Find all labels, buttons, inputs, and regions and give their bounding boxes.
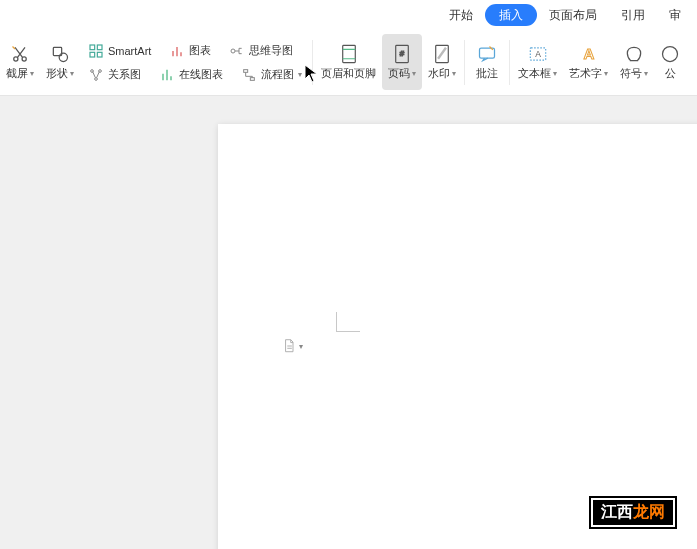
- online-chart-icon: [159, 67, 175, 83]
- comment-icon: [477, 44, 497, 64]
- svg-text:#: #: [400, 49, 405, 58]
- svg-point-3: [59, 53, 67, 61]
- ribbon-insert: 截屏▾ 形状▾ SmartArt: [0, 30, 697, 96]
- watermark-part1: 江西: [601, 503, 633, 520]
- svg-point-22: [663, 46, 678, 61]
- svg-rect-7: [97, 52, 102, 57]
- smartart-icon: [88, 43, 104, 59]
- margin-marker: [336, 312, 360, 332]
- shapes-button[interactable]: 形状▾: [40, 34, 80, 90]
- mindmap-label: 思维导图: [249, 43, 293, 58]
- floating-paste-options[interactable]: ▾: [282, 338, 303, 354]
- flowchart-icon: [241, 67, 257, 83]
- separator: [464, 40, 465, 85]
- svg-rect-5: [97, 45, 102, 50]
- equation-button-partial[interactable]: 公: [654, 34, 680, 90]
- mindmap-icon: [229, 43, 245, 59]
- tab-bar: 开始 插入 页面布局 引用 审: [0, 0, 697, 30]
- textbox-icon: A: [528, 44, 548, 64]
- chevron-down-icon: ▾: [452, 69, 456, 78]
- comment-button[interactable]: 批注: [467, 34, 507, 90]
- document-icon: [282, 338, 296, 354]
- page-number-button[interactable]: # 页码▾: [382, 34, 422, 90]
- separator: [312, 40, 313, 85]
- chart-label: 图表: [189, 43, 211, 58]
- smartart-button[interactable]: SmartArt: [86, 42, 153, 60]
- online-chart-label: 在线图表: [179, 67, 223, 82]
- svg-text:A: A: [583, 45, 594, 62]
- watermark-part2: 龙网: [633, 503, 665, 520]
- relation-label: 关系图: [108, 67, 141, 82]
- chevron-down-icon: ▾: [412, 69, 416, 78]
- symbol-icon: [624, 44, 644, 64]
- svg-rect-13: [250, 77, 254, 80]
- watermark-icon: [432, 44, 452, 64]
- chart-button[interactable]: 图表: [167, 42, 213, 60]
- chevron-down-icon: ▾: [298, 70, 302, 79]
- symbol-button[interactable]: 符号▾: [614, 34, 654, 90]
- scissors-icon: [10, 44, 30, 64]
- svg-rect-14: [342, 45, 355, 62]
- header-footer-button[interactable]: 页眉和页脚: [315, 34, 382, 90]
- relation-icon: [88, 67, 104, 83]
- svg-text:A: A: [535, 49, 541, 59]
- textbox-button[interactable]: A 文本框▾: [512, 34, 563, 90]
- chevron-down-icon: ▾: [70, 69, 74, 78]
- tab-review-partial[interactable]: 审: [657, 0, 693, 30]
- document-page[interactable]: [218, 124, 697, 549]
- separator: [509, 40, 510, 85]
- smartart-label: SmartArt: [108, 45, 151, 57]
- chevron-down-icon: ▾: [644, 69, 648, 78]
- comment-label: 批注: [476, 66, 498, 81]
- equation-icon: [660, 44, 680, 64]
- watermark-button[interactable]: 水印▾: [422, 34, 462, 90]
- chart-icon: [169, 43, 185, 59]
- tab-start[interactable]: 开始: [437, 0, 485, 30]
- svg-point-8: [231, 49, 235, 53]
- shapes-icon: [50, 44, 70, 64]
- svg-point-1: [22, 56, 26, 60]
- header-footer-icon: [339, 44, 359, 64]
- chevron-down-icon: ▾: [299, 342, 303, 351]
- charts-group: SmartArt 图表 思维导图: [80, 34, 310, 91]
- svg-rect-12: [244, 69, 248, 72]
- equation-label: 公: [665, 66, 676, 81]
- mindmap-button[interactable]: 思维导图: [227, 42, 295, 60]
- svg-point-11: [95, 77, 98, 80]
- shapes-label: 形状: [46, 66, 68, 81]
- tab-reference[interactable]: 引用: [609, 0, 657, 30]
- svg-rect-6: [90, 52, 95, 57]
- chevron-down-icon: ▾: [604, 69, 608, 78]
- tab-insert[interactable]: 插入: [485, 4, 537, 26]
- flowchart-button[interactable]: 流程图 ▾: [239, 66, 304, 84]
- screenshot-button[interactable]: 截屏▾: [0, 34, 40, 90]
- site-watermark: 江西龙网: [591, 498, 675, 527]
- flowchart-label: 流程图: [261, 67, 294, 82]
- chevron-down-icon: ▾: [553, 69, 557, 78]
- wordart-button[interactable]: A 艺术字▾: [563, 34, 614, 90]
- watermark-label: 水印: [428, 66, 450, 81]
- chevron-down-icon: ▾: [30, 69, 34, 78]
- document-area: ▾: [0, 96, 697, 549]
- relation-button[interactable]: 关系图: [86, 66, 143, 84]
- page-number-label: 页码: [388, 66, 410, 81]
- screenshot-label: 截屏: [6, 66, 28, 81]
- online-chart-button[interactable]: 在线图表: [157, 66, 225, 84]
- wordart-icon: A: [579, 44, 599, 64]
- svg-rect-4: [90, 45, 95, 50]
- wordart-label: 艺术字: [569, 66, 602, 81]
- svg-point-0: [14, 56, 18, 60]
- page-number-icon: #: [392, 44, 412, 64]
- textbox-label: 文本框: [518, 66, 551, 81]
- header-footer-label: 页眉和页脚: [321, 66, 376, 81]
- tab-layout[interactable]: 页面布局: [537, 0, 609, 30]
- symbol-label: 符号: [620, 66, 642, 81]
